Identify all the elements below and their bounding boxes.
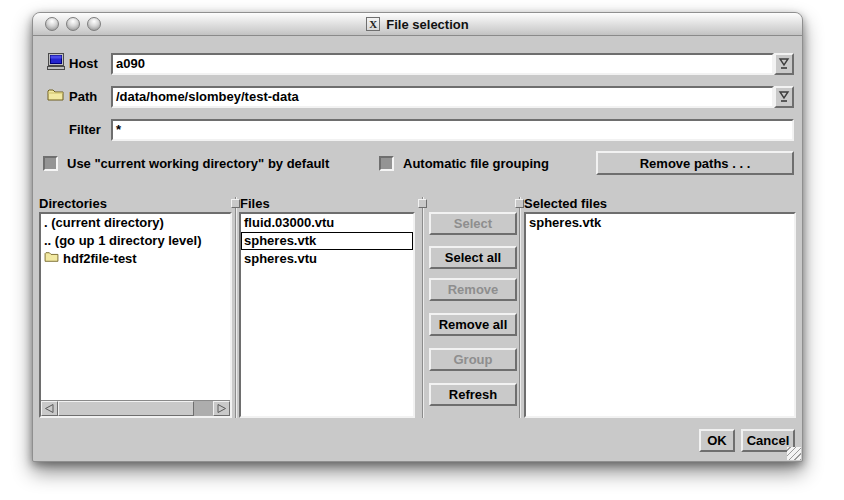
directories-list: . (current directory) .. (go up 1 direct… xyxy=(39,212,232,418)
files-list: fluid.03000.vtu spheres.vtk spheres.vtu xyxy=(239,212,415,418)
splitter-grip[interactable] xyxy=(231,199,240,208)
files-header: Files xyxy=(240,196,270,211)
resize-grip[interactable] xyxy=(787,447,801,460)
scroll-left-button[interactable] xyxy=(41,401,58,416)
list-item[interactable]: spheres.vtu xyxy=(241,250,413,268)
list-item-selected[interactable]: spheres.vtk xyxy=(241,232,413,250)
refresh-button[interactable]: Refresh xyxy=(429,383,517,406)
filter-label: Filter xyxy=(69,122,111,137)
selected-files-list: spheres.vtk xyxy=(524,212,796,418)
horizontal-scrollbar[interactable] xyxy=(41,400,230,416)
file-selection-window: X File selection Host a090 xyxy=(32,12,803,462)
arrow-right-icon xyxy=(217,404,226,413)
title-bar[interactable]: X File selection xyxy=(33,13,802,36)
path-label: Path xyxy=(69,89,111,104)
host-row: Host a090 xyxy=(47,52,794,75)
group-button: Group xyxy=(429,348,517,371)
splitter-buttons-selected[interactable] xyxy=(516,197,523,418)
directories-header: Directories xyxy=(39,196,107,211)
host-label: Host xyxy=(69,56,111,71)
path-input[interactable]: /data/home/slombey/test-data xyxy=(111,86,774,108)
ok-button[interactable]: OK xyxy=(699,429,735,452)
chevron-down-icon xyxy=(778,57,790,70)
arrow-left-icon xyxy=(45,404,54,413)
path-dropdown-button[interactable] xyxy=(774,86,794,108)
x11-app-icon: X xyxy=(366,17,380,31)
use-cwd-label: Use "current working directory" by defau… xyxy=(67,156,367,171)
scrollbar-track[interactable] xyxy=(194,401,213,416)
auto-grouping-label: Automatic file grouping xyxy=(403,156,549,171)
folder-icon xyxy=(47,88,69,106)
folder-icon xyxy=(44,251,59,267)
chevron-down-icon xyxy=(778,90,790,103)
list-item[interactable]: hdf2file-test xyxy=(41,250,230,268)
remove-all-button[interactable]: Remove all xyxy=(429,313,517,336)
splitter-grip[interactable] xyxy=(515,199,524,208)
title-area: X File selection xyxy=(33,13,802,35)
list-item[interactable]: .. (go up 1 directory level) xyxy=(41,232,230,250)
selected-files-header: Selected files xyxy=(524,196,607,211)
splitter-grip[interactable] xyxy=(418,199,427,208)
splitter-files-buttons[interactable] xyxy=(417,197,428,418)
splitter-directories-files[interactable] xyxy=(232,197,239,418)
scrollbar-thumb[interactable] xyxy=(58,401,194,416)
select-button: Select xyxy=(429,212,517,235)
list-item[interactable]: spheres.vtk xyxy=(526,214,794,232)
computer-icon xyxy=(47,53,69,74)
filter-input[interactable]: * xyxy=(111,119,794,141)
host-dropdown-button[interactable] xyxy=(774,53,794,75)
scroll-right-button[interactable] xyxy=(213,401,230,416)
remove-button: Remove xyxy=(429,278,517,301)
list-item[interactable]: fluid.03000.vtu xyxy=(241,214,413,232)
filter-row: Filter * xyxy=(47,118,794,141)
host-input[interactable]: a090 xyxy=(111,53,774,75)
auto-grouping-checkbox[interactable] xyxy=(379,156,394,171)
window-title: File selection xyxy=(386,17,468,32)
use-cwd-checkbox[interactable] xyxy=(43,156,58,171)
path-row: Path /data/home/slombey/test-data xyxy=(47,85,794,108)
select-all-button[interactable]: Select all xyxy=(429,246,517,269)
list-item[interactable]: . (current directory) xyxy=(41,214,230,232)
remove-paths-button[interactable]: Remove paths . . . xyxy=(596,151,794,175)
